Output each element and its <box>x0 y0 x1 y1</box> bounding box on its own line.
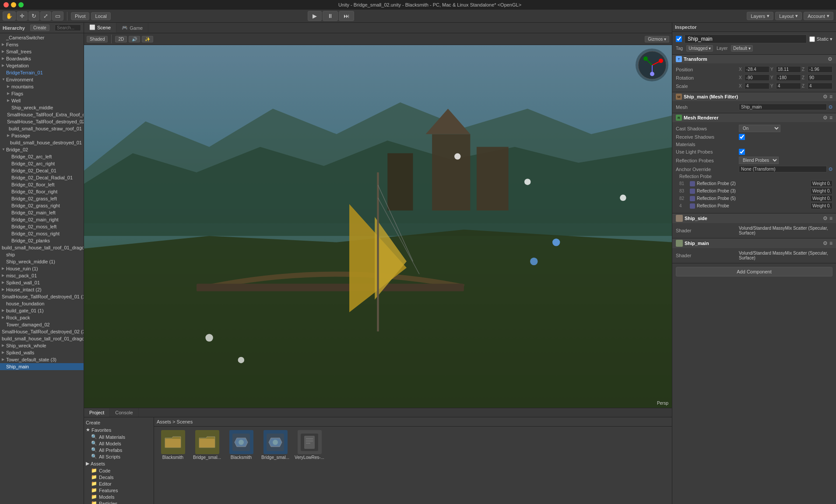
hierarchy-item[interactable]: Bridge_02_Decal_Radial_01 <box>0 174 84 181</box>
hierarchy-item[interactable]: ▶Boardwalks <box>0 55 84 62</box>
use-light-probes-checkbox[interactable] <box>739 149 745 155</box>
minimize-button[interactable] <box>11 2 16 7</box>
fx-toggle[interactable]: ✨ <box>142 36 153 42</box>
pos-x-input[interactable] <box>745 66 769 73</box>
hierarchy-item[interactable]: ▼Bridge_02 <box>0 146 84 153</box>
hierarchy-item[interactable]: Ship_wreck_middle (1) <box>0 258 84 265</box>
material-ship-side-header[interactable]: Ship_side ⚙ ≡ <box>672 214 836 223</box>
hierarchy-item[interactable]: Bridge_02_floor_left <box>0 181 84 188</box>
hierarchy-item[interactable]: ▶Spiked_walls <box>0 349 84 356</box>
anchor-target-icon[interactable]: ⊙ <box>829 166 832 172</box>
step-button[interactable]: ⏭ <box>339 11 354 21</box>
pos-z-input[interactable] <box>808 66 832 73</box>
cast-shadows-dropdown[interactable]: On Off Two Sided Shadows Only <box>739 125 780 132</box>
hierarchy-item[interactable]: ▶Well <box>0 97 84 104</box>
hierarchy-item[interactable]: ▼Environment <box>0 76 84 83</box>
hierarchy-item[interactable]: Ship_main <box>0 363 84 370</box>
account-dropdown[interactable]: Account ▾ <box>804 12 833 20</box>
hierarchy-item[interactable]: SmallHouse_TallRoof_destroyed_02 (3) <box>0 328 84 335</box>
anchor-override-input[interactable] <box>739 166 827 172</box>
pause-button[interactable]: ⏸ <box>323 11 338 21</box>
mesh-target-icon[interactable]: ⊙ <box>829 104 832 110</box>
hierarchy-item[interactable]: build_small_house_tall_roof_01_dragon... <box>0 244 84 251</box>
2d-toggle[interactable]: 2D <box>115 36 127 42</box>
close-button[interactable] <box>4 2 9 7</box>
create-header[interactable]: Create <box>84 419 154 426</box>
tag-dropdown[interactable]: Untagged ▾ <box>686 45 713 52</box>
project-item-particles[interactable]: 📁 Particles <box>84 500 154 504</box>
material-main-settings-icon[interactable]: ⚙ <box>823 240 828 246</box>
scene-view[interactable]: Persp <box>84 45 672 408</box>
hierarchy-item[interactable]: Bridge_02_grass_right <box>0 202 84 209</box>
hierarchy-item[interactable]: ship <box>0 251 84 258</box>
transform-header[interactable]: T Transform ⚙ <box>672 55 836 63</box>
receive-shadows-checkbox[interactable] <box>739 134 745 140</box>
project-item-decals[interactable]: 📁 Decals <box>84 474 154 480</box>
tab-scene[interactable]: ⬜ Scene <box>84 23 116 33</box>
hierarchy-item[interactable]: build_small_house_tall_roof_01_dragon... <box>0 335 84 342</box>
transform-menu-icon[interactable]: ⚙ <box>828 56 832 62</box>
material-menu-icon[interactable]: ≡ <box>829 215 832 221</box>
mesh-renderer-header[interactable]: R Mesh Renderer ⚙ ≡ <box>672 113 836 122</box>
pos-y-input[interactable] <box>776 66 801 73</box>
scale-z-input[interactable] <box>808 83 832 89</box>
hierarchy-item[interactable]: Bridge_02_moss_left <box>0 223 84 230</box>
tab-console[interactable]: Console <box>110 408 138 417</box>
hierarchy-item[interactable]: ▶Small_trees <box>0 48 84 55</box>
hierarchy-item[interactable]: ▶House_ruin (1) <box>0 265 84 272</box>
asset-item-verylow[interactable]: VeryLowRes-... <box>294 430 325 460</box>
rp-weight-3[interactable] <box>811 195 832 202</box>
hierarchy-item[interactable]: ▶Ship_wreck_whole <box>0 342 84 349</box>
hierarchy-item[interactable]: Bridge_02_Decal_01 <box>0 167 84 174</box>
asset-item-bridge-scene[interactable]: Bridge_smal... <box>260 430 291 460</box>
project-item-scripts[interactable]: 🔍 All Scripts <box>84 453 154 460</box>
tab-project[interactable]: Project <box>84 408 110 417</box>
static-checkbox[interactable] <box>809 36 815 42</box>
add-component-button[interactable]: Add Component <box>676 267 832 276</box>
rp-weight-2[interactable] <box>811 188 832 194</box>
asset-item-bridge-folder[interactable]: Bridge_smal... <box>192 430 222 460</box>
hierarchy-item[interactable]: ▶misc_pack_01 <box>0 272 84 279</box>
hierarchy-item[interactable]: Bridge_02_main_left <box>0 209 84 216</box>
hierarchy-item[interactable]: SmallHouse_TallRoof_Extra_Roof_dama... <box>0 111 84 118</box>
static-dropdown-icon[interactable]: ▾ <box>830 36 832 42</box>
hierarchy-item[interactable]: Bridge_02_arc_right <box>0 160 84 167</box>
project-item-prefabs[interactable]: 🔍 All Prefabs <box>84 447 154 453</box>
reflection-probes-dropdown[interactable]: Blend Probes Off Simple <box>739 157 779 164</box>
play-button[interactable]: ▶ <box>308 11 322 21</box>
rotate-tool[interactable]: ↻ <box>28 11 39 21</box>
hierarchy-item[interactable]: house_foundation <box>0 300 84 307</box>
hierarchy-item[interactable]: Bridge_02_floor_right <box>0 188 84 195</box>
hierarchy-item[interactable]: _CameraSwitcher <box>0 34 84 41</box>
scale-tool[interactable]: ⤢ <box>40 11 51 21</box>
rot-z-input[interactable] <box>808 74 832 81</box>
hierarchy-item[interactable]: build_small_house_straw_roof_01 <box>0 125 84 132</box>
scale-x-input[interactable] <box>745 83 769 89</box>
rect-tool[interactable]: ▭ <box>52 11 63 21</box>
gizmos-button[interactable]: Gizmos ▾ <box>645 36 669 42</box>
hierarchy-create-button[interactable]: Create <box>30 24 49 31</box>
audio-toggle[interactable]: 🔊 <box>129 36 140 42</box>
hierarchy-item[interactable]: Ship_wreck_middle <box>0 104 84 111</box>
hand-tool[interactable]: ✋ <box>3 11 16 21</box>
hierarchy-item[interactable]: ▶Ferns <box>0 41 84 48</box>
move-tool[interactable]: ✛ <box>17 11 28 21</box>
hierarchy-item[interactable]: Bridge_02_main_right <box>0 216 84 223</box>
scale-y-input[interactable] <box>776 83 801 89</box>
mesh-filter-menu-icon[interactable]: ≡ <box>829 94 832 100</box>
assets-header[interactable]: ▶ Assets <box>84 460 154 467</box>
layer-dropdown[interactable]: Default ▾ <box>731 45 752 52</box>
maximize-button[interactable] <box>18 2 24 7</box>
project-item-features[interactable]: 📁 Features <box>84 487 154 494</box>
project-item-editor[interactable]: 📁 Editor <box>84 480 154 487</box>
local-button[interactable]: Local <box>91 12 110 20</box>
asset-item-blacksmith-folder[interactable]: Blacksmith <box>158 430 188 460</box>
hierarchy-item[interactable]: SmallHouse_TallRoof_destroyed_01 (1) <box>0 293 84 300</box>
hierarchy-item[interactable]: Bridge_02_arc_left <box>0 153 84 160</box>
mesh-renderer-settings-icon[interactable]: ⚙ <box>823 115 828 121</box>
asset-item-blacksmith-scene[interactable]: Blacksmith <box>226 430 256 460</box>
hierarchy-item[interactable]: ▶Tower_default_state (3) <box>0 356 84 363</box>
project-item-models[interactable]: 🔍 All Models <box>84 440 154 447</box>
hierarchy-item[interactable]: ▶Vegetation <box>0 62 84 69</box>
tab-game[interactable]: 🎮 Game <box>116 23 148 33</box>
